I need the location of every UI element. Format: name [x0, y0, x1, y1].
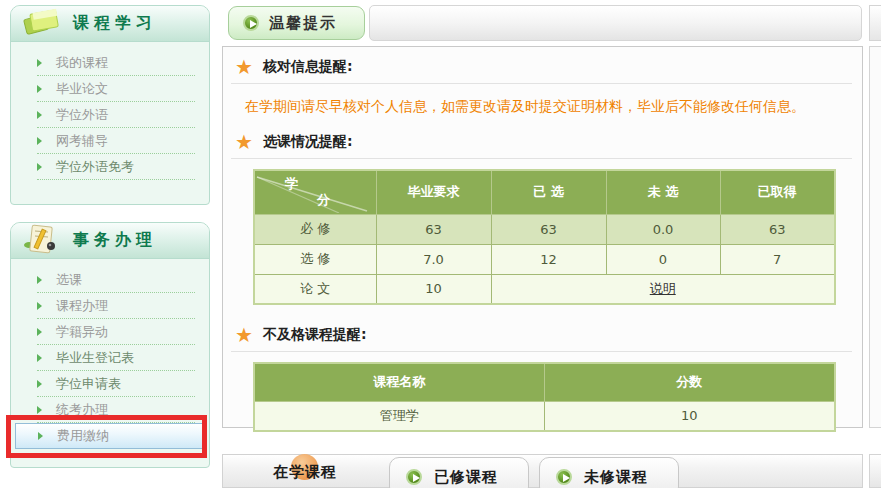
column-header: 课程名称 — [254, 363, 544, 401]
sidebar-item-label: 学位外语免考 — [56, 158, 134, 176]
tab-strip-filler — [369, 5, 862, 41]
sidebar-item-label: 学位外语 — [56, 106, 108, 124]
column-header: 已 选 — [491, 170, 606, 214]
explanation-link[interactable]: 说明 — [650, 281, 676, 296]
table-row: 选 修 7.0 12 0 7 — [254, 244, 835, 274]
section-heading-check-info: ★ 核对信息提醒: — [231, 47, 852, 84]
tab-warm-tips-label: 温馨提示 — [269, 14, 337, 33]
corner-cell-credits: 学 分 — [254, 170, 376, 214]
sidebar-item-graduate-registration-form[interactable]: 毕业生登记表 — [37, 345, 195, 371]
cell: 0 — [606, 244, 720, 274]
arrow-bullet-icon — [37, 276, 42, 284]
sidebar-item-label: 毕业论文 — [56, 80, 108, 98]
affairs-item-list: 选课 课程办理 学籍异动 毕业生登记表 学位申请表 统考办理 — [11, 259, 209, 449]
table-row: 必 修 63 63 0.0 63 — [254, 214, 835, 244]
play-icon — [406, 469, 422, 485]
sidebar-item-course-selection[interactable]: 选课 — [37, 267, 195, 293]
sidebar-item-label: 选课 — [56, 271, 82, 289]
cell: 0.0 — [606, 214, 720, 244]
sidebar-item-online-exam-tutoring[interactable]: 网考辅导 — [37, 128, 195, 154]
sidebar-item-degree-language-exemption[interactable]: 学位外语免考 — [37, 154, 195, 180]
row-label: 选 修 — [254, 244, 376, 274]
sidebar-item-label: 课程办理 — [56, 297, 108, 315]
books-icon — [21, 7, 63, 41]
corner-label-bottom: 分 — [317, 191, 330, 209]
arrow-bullet-icon — [37, 354, 42, 362]
arrow-bullet-icon — [37, 111, 42, 119]
column-header: 已取得 — [720, 170, 835, 214]
sidebar-item-label: 学位申请表 — [56, 375, 121, 393]
tab-warm-tips[interactable]: 温馨提示 — [228, 6, 365, 40]
page: 课程学习 我的课程 毕业论文 学位外语 网考辅导 学位外语免考 — [0, 0, 881, 488]
cell: 7.0 — [376, 244, 491, 274]
sidebar-item-degree-application-form[interactable]: 学位申请表 — [37, 371, 195, 397]
play-icon — [243, 15, 259, 31]
column-header: 未 选 — [606, 170, 720, 214]
table-row: 管理学 10 — [254, 401, 835, 431]
sidebar-panel-course-study: 课程学习 我的课程 毕业论文 学位外语 网考辅导 学位外语免考 — [10, 5, 210, 205]
sidebar-item-label: 我的课程 — [56, 54, 108, 72]
sidebar-item-graduation-thesis[interactable]: 毕业论文 — [37, 76, 195, 102]
sidebar-item-my-courses[interactable]: 我的课程 — [37, 50, 195, 76]
sidebar-item-label: 统考办理 — [56, 401, 108, 419]
cell: 7 — [720, 244, 835, 274]
section-heading-label: 核对信息提醒: — [263, 58, 353, 76]
right-column-edge — [869, 46, 881, 428]
arrow-bullet-icon — [37, 302, 42, 310]
right-column-edge — [869, 454, 881, 488]
sidebar-panel-affairs: 事务办理 选课 课程办理 学籍异动 毕业生登记表 学位申请表 — [10, 222, 210, 468]
failed-courses-table: 课程名称 分数 管理学 10 — [253, 362, 836, 432]
arrow-bullet-icon — [37, 59, 42, 67]
sidebar-item-label: 毕业生登记表 — [56, 349, 134, 367]
section-heading-failed-courses: ★ 不及格课程提醒: — [231, 315, 852, 352]
panel-title: 课程学习 — [73, 13, 157, 34]
sidebar-item-label: 学籍异动 — [56, 323, 108, 341]
tab-label: 在学课程 — [273, 463, 337, 482]
section-heading-label: 不及格课程提醒: — [263, 326, 367, 344]
arrow-bullet-icon — [37, 380, 42, 388]
table-header-row: 课程名称 分数 — [254, 363, 835, 401]
section-heading-course-selection: ★ 选课情况提醒: — [231, 122, 852, 159]
cell: 63 — [376, 214, 491, 244]
cell-course-name: 管理学 — [254, 401, 544, 431]
sidebar-item-label: 网考辅导 — [56, 132, 108, 150]
diagonal-lines — [255, 171, 375, 213]
row-label: 必 修 — [254, 214, 376, 244]
arrow-bullet-icon — [37, 328, 42, 336]
cell: 63 — [491, 214, 606, 244]
affairs-panel-header: 事务办理 — [11, 223, 209, 259]
arrow-bullet-icon — [38, 432, 43, 440]
sidebar-item-unified-exam-processing[interactable]: 统考办理 — [37, 397, 195, 423]
star-icon: ★ — [235, 57, 253, 77]
cell-score: 10 — [544, 401, 835, 431]
cell: 10 — [376, 274, 491, 304]
arrow-bullet-icon — [37, 85, 42, 93]
table-row: 论 文 10 说明 — [254, 274, 835, 304]
panel-title: 事务办理 — [73, 230, 157, 251]
bottom-tab-strip: 在学课程 已修课程 未修课程 — [222, 454, 863, 488]
star-icon: ★ — [235, 325, 253, 345]
arrow-bullet-icon — [37, 137, 42, 145]
sidebar-item-course-processing[interactable]: 课程办理 — [37, 293, 195, 319]
right-column-edge — [869, 5, 881, 41]
column-header: 毕业要求 — [376, 170, 491, 214]
tab-label: 已修课程 — [434, 468, 498, 487]
sidebar-item-label: 费用缴纳 — [57, 427, 109, 445]
star-icon: ★ — [235, 132, 253, 152]
corner-label-top: 学 — [285, 175, 298, 193]
tab-current-courses[interactable]: 在学课程 — [253, 457, 403, 487]
cell: 12 — [491, 244, 606, 274]
tab-not-taken-courses[interactable]: 未修课程 — [539, 457, 679, 488]
sidebar-item-student-status-change[interactable]: 学籍异动 — [37, 319, 195, 345]
credit-summary-table: 学 分 毕业要求 已 选 未 选 已取得 必 修 63 63 0.0 63 选 … — [253, 169, 836, 305]
sidebar-item-fee-payment[interactable]: 费用缴纳 — [15, 423, 205, 449]
main-content-panel: ★ 核对信息提醒: 在学期间请尽早核对个人信息，如需更改请及时提交证明材料，毕业… — [222, 46, 863, 428]
course-study-panel-header: 课程学习 — [11, 6, 209, 42]
course-study-item-list: 我的课程 毕业论文 学位外语 网考辅导 学位外语免考 — [11, 42, 209, 180]
table-header-row: 学 分 毕业要求 已 选 未 选 已取得 — [254, 170, 835, 214]
cell: 63 — [720, 214, 835, 244]
arrow-bullet-icon — [37, 406, 42, 414]
sidebar-item-degree-foreign-language[interactable]: 学位外语 — [37, 102, 195, 128]
tab-completed-courses[interactable]: 已修课程 — [389, 457, 529, 488]
tab-label: 未修课程 — [584, 468, 648, 487]
